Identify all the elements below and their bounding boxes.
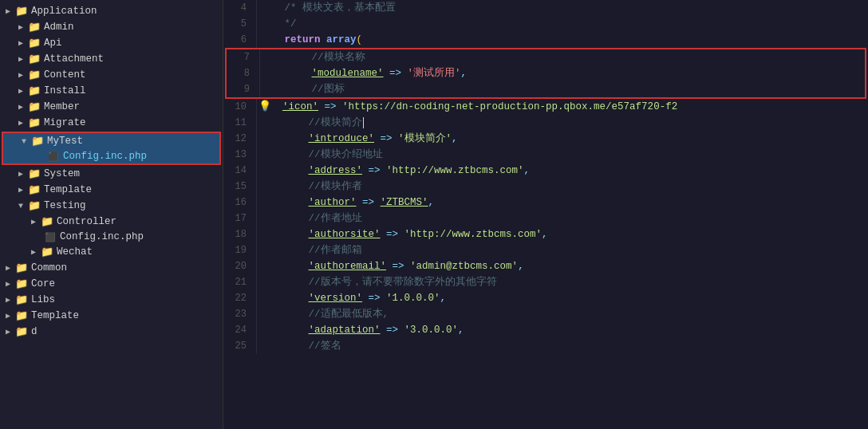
line-num-17: 17 [223,211,257,226]
tree-label-controller: Controller [57,216,116,227]
tree-label-content: Content [44,69,86,81]
tree-label-member: Member [44,101,80,112]
line-content-19: //作者邮箱 [257,242,868,258]
tree-item-mytest[interactable]: ▼ 📁 MyTest [3,133,219,149]
tree-item-template-app[interactable]: ▶ 📁 Template [0,182,223,198]
tree-item-wechat[interactable]: ▶ 📁 Wechat [0,244,223,260]
tree-label-libs: Libs [31,294,55,305]
config-file-icon-2: ⬛ [43,232,57,242]
line-num-13: 13 [223,147,257,163]
line-num-15: 15 [223,179,257,195]
folder-icon-migrate: 📁 [27,116,41,129]
code-line-16: 16 'author' => 'ZTBCMS', [223,195,868,211]
arrow-libs: ▶ [2,295,14,305]
arrow-member: ▶ [14,102,27,112]
folder-icon-install: 📁 [27,85,41,97]
tree-item-attachment[interactable]: ▶ 📁 Attachment [0,51,223,67]
line-num-19: 19 [223,242,257,258]
tree-label-d: d [31,326,37,337]
tree-item-admin[interactable]: ▶ 📁 Admin [0,19,223,35]
folder-icon-libs: 📁 [14,293,29,306]
folder-icon-application: 📁 [14,5,29,18]
tree-label-template-top: Template [31,310,79,321]
arrow-d: ▶ [2,327,14,337]
code-line-6: 6 return array( [223,32,868,48]
folder-icon-controller: 📁 [40,215,54,228]
line-num-7: 7 [227,49,260,65]
code-line-17: 17 //作者地址 [223,211,868,226]
line-num-14: 14 [223,163,257,179]
code-line-12: 12 'introduce' => '模块简介', [223,131,868,147]
tree-label-admin: Admin [44,22,74,33]
folder-icon-d: 📁 [14,325,29,338]
tree-item-content[interactable]: ▶ 📁 Content [0,67,223,83]
line-content-23: //适配最低版本, [257,306,868,322]
line-num-11: 11 [223,115,257,131]
line-content-7: //模块名称 [260,49,865,65]
line-content-16: 'author' => 'ZTBCMS', [257,195,868,211]
tree-item-testing[interactable]: ▼ 📁 Testing [0,198,223,214]
line-content-11: //模块简介 [257,115,868,131]
arrow-common: ▶ [2,263,14,273]
code-line-22: 22 'version' => '1.0.0.0', [223,290,868,306]
tree-item-application[interactable]: ▶ 📁 Application [0,3,223,19]
line-content-21: //版本号，请不要带除数字外的其他字符 [257,274,868,290]
folder-icon-testing: 📁 [27,199,41,212]
folder-icon-attachment: 📁 [27,53,41,65]
line-num-5: 5 [223,16,257,32]
code-line-25: 25 //签名 [223,338,868,354]
folder-icon-wechat: 📁 [40,246,54,258]
arrow-mytest: ▼ [18,137,30,146]
folder-icon-content: 📁 [27,69,41,81]
arrow-attachment: ▶ [14,54,27,64]
code-line-24: 24 'adaptation' => '3.0.0.0', [223,322,868,338]
tree-item-member[interactable]: ▶ 📁 Member [0,99,223,115]
code-content[interactable]: 4 /* 模块文表，基本配置 5 */ 6 return array( 7 //… [223,0,868,429]
tree-item-install[interactable]: ▶ 📁 Install [0,83,223,99]
tree-item-common[interactable]: ▶ 📁 Common [0,260,223,276]
line-num-25: 25 [223,338,257,354]
arrow-core: ▶ [2,279,14,289]
tree-item-controller[interactable]: ▶ 📁 Controller [0,214,223,230]
file-tree[interactable]: ▶ 📁 Application ▶ 📁 Admin ▶ 📁 Api ▶ 📁 At… [0,0,223,429]
tree-label-config-mytest: Config.inc.php [63,151,147,162]
tree-item-migrate[interactable]: ▶ 📁 Migrate [0,115,223,131]
line-content-12: 'introduce' => '模块简介', [257,131,868,147]
tree-item-api[interactable]: ▶ 📁 Api [0,35,223,51]
code-line-19: 19 //作者邮箱 [223,242,868,258]
line-content-20: 'authoremail' => 'admin@ztbcms.com', [257,258,868,274]
tree-label-mytest: MyTest [47,136,83,147]
arrow-admin: ▶ [14,22,27,32]
line-content-17: //作者地址 [257,211,868,226]
arrow-application: ▶ [2,6,14,16]
line-num-8: 8 [227,65,260,81]
code-line-9: 9 //图标 [227,81,865,97]
tree-item-config-mytest[interactable]: ⬛ Config.inc.php [3,149,219,163]
tree-label-application: Application [31,6,97,17]
tree-item-config-testing[interactable]: ⬛ Config.inc.php [0,230,223,244]
code-line-8: 8 'modulename' => '测试所用', [227,65,865,81]
tree-label-api: Api [44,37,62,49]
code-line-13: 13 //模块介绍地址 [223,147,868,163]
tree-label-core: Core [31,278,55,289]
tree-item-d[interactable]: ▶ 📁 d [0,324,223,340]
line-num-23: 23 [223,306,257,322]
tree-item-system[interactable]: ▶ 📁 System [0,166,223,182]
code-line-23: 23 //适配最低版本, [223,306,868,322]
line-num-24: 24 [223,322,257,338]
line-content-10: 'icon' => 'https://dn-coding-net-product… [273,99,868,115]
line-content-18: 'authorsite' => 'http://www.ztbcms.com', [257,226,868,242]
arrow-content: ▶ [14,70,27,80]
arrow-template-top: ▶ [2,311,14,321]
folder-icon-system: 📁 [27,167,41,180]
tree-item-libs[interactable]: ▶ 📁 Libs [0,292,223,308]
arrow-wechat: ▶ [27,247,40,257]
arrow-testing: ▼ [14,202,27,211]
tree-item-core[interactable]: ▶ 📁 Core [0,276,223,292]
tree-label-wechat: Wechat [57,246,93,258]
tree-item-template-top[interactable]: ▶ 📁 Template [0,308,223,324]
line-content-8: 'modulename' => '测试所用', [260,65,865,81]
line-content-15: //模块作者 [257,179,868,195]
tree-label-testing: Testing [44,200,86,211]
arrow-controller: ▶ [27,217,40,226]
